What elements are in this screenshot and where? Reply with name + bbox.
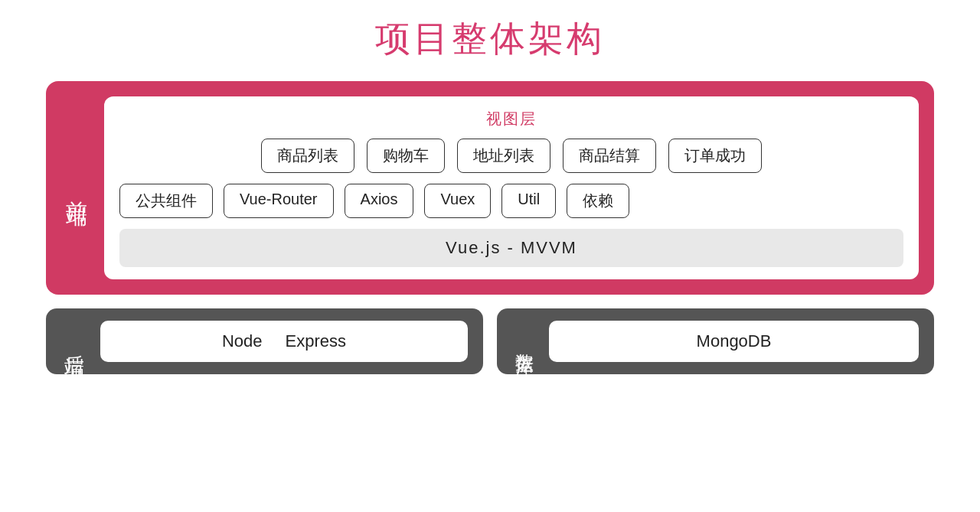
view-layer: 视图层 商品列表购物车地址列表商品结算订单成功 (119, 109, 903, 173)
database-box: 数据库 MongoDB (497, 308, 934, 374)
view-layer-title: 视图层 (486, 109, 537, 129)
backend-label: 后端 (61, 338, 88, 344)
tool-item: 依赖 (567, 184, 629, 218)
database-item: MongoDB (697, 331, 772, 351)
backend-item: Express (286, 331, 346, 351)
backend-inner: NodeExpress (100, 321, 468, 362)
view-layer-item: 地址列表 (457, 139, 550, 173)
bottom-row: 后端 NodeExpress 数据库 MongoDB (46, 308, 934, 374)
tool-item: Util (501, 184, 556, 218)
database-label: 数据库 (512, 339, 537, 344)
tool-item: Vuex (424, 184, 491, 218)
backend-box: 后端 NodeExpress (46, 308, 483, 374)
view-layer-item: 购物车 (367, 139, 445, 173)
view-layer-item: 商品结算 (563, 139, 656, 173)
frontend-inner: 视图层 商品列表购物车地址列表商品结算订单成功 公共组件Vue-RouterAx… (104, 96, 919, 279)
main-area: 前端 视图层 商品列表购物车地址列表商品结算订单成功 公共组件Vue-Route… (46, 81, 934, 374)
view-layer-item: 订单成功 (668, 139, 762, 173)
tool-item: 公共组件 (119, 184, 213, 218)
backend-item: Node (222, 331, 263, 351)
tool-item: Vue-Router (224, 184, 334, 218)
mvvm-bar: Vue.js - MVVM (119, 229, 903, 267)
frontend-label: 前端 (61, 184, 90, 193)
view-layer-items: 商品列表购物车地址列表商品结算订单成功 (261, 139, 762, 173)
tool-item: Axios (345, 184, 414, 218)
view-layer-item: 商品列表 (261, 139, 354, 173)
page-title: 项目整体架构 (375, 15, 605, 63)
tools-row: 公共组件Vue-RouterAxiosVuexUtil依赖 (119, 184, 903, 218)
database-inner: MongoDB (549, 321, 919, 362)
frontend-box: 前端 视图层 商品列表购物车地址列表商品结算订单成功 公共组件Vue-Route… (46, 81, 934, 295)
